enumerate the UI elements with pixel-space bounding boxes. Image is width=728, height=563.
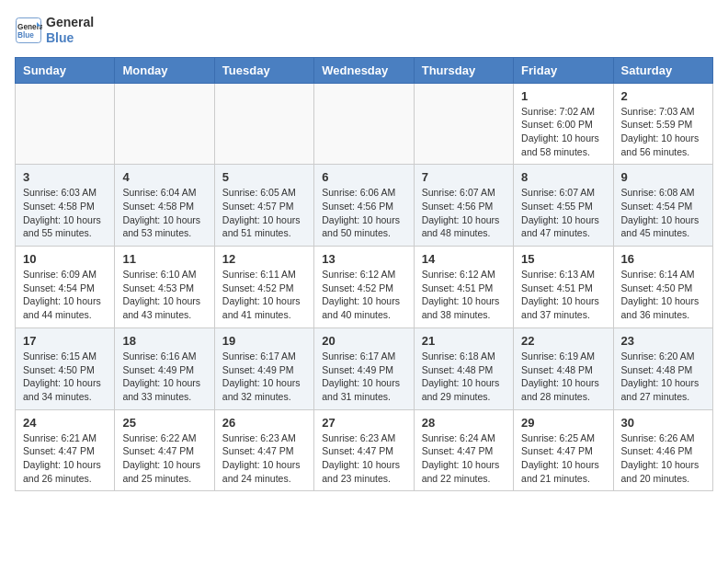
- calendar-cell: 29Sunrise: 6:25 AM Sunset: 4:47 PM Dayli…: [514, 409, 613, 491]
- day-number: 3: [23, 170, 107, 184]
- logo-blue-text: Blue: [46, 30, 94, 46]
- logo-general-text: General: [46, 15, 94, 30]
- day-number: 7: [422, 170, 506, 184]
- calendar-cell: 25Sunrise: 6:22 AM Sunset: 4:47 PM Dayli…: [115, 409, 214, 491]
- day-info: Sunrise: 6:12 AM Sunset: 4:51 PM Dayligh…: [422, 268, 506, 322]
- week-row-3: 10Sunrise: 6:09 AM Sunset: 4:54 PM Dayli…: [16, 247, 713, 328]
- day-info: Sunrise: 6:21 AM Sunset: 4:47 PM Dayligh…: [23, 431, 107, 486]
- calendar-cell: 18Sunrise: 6:16 AM Sunset: 4:49 PM Dayli…: [115, 327, 214, 409]
- day-info: Sunrise: 7:02 AM Sunset: 6:00 PM Dayligh…: [521, 105, 605, 159]
- day-info: Sunrise: 6:04 AM Sunset: 4:58 PM Dayligh…: [122, 186, 206, 240]
- calendar-cell: 12Sunrise: 6:11 AM Sunset: 4:52 PM Dayli…: [214, 247, 313, 328]
- day-number: 17: [23, 334, 107, 348]
- calendar-cell: [314, 83, 414, 165]
- day-number: 21: [422, 334, 506, 348]
- day-header-saturday: Saturday: [613, 57, 712, 83]
- week-row-5: 24Sunrise: 6:21 AM Sunset: 4:47 PM Dayli…: [16, 409, 713, 491]
- calendar-cell: 9Sunrise: 6:08 AM Sunset: 4:54 PM Daylig…: [613, 165, 712, 247]
- calendar-cell: 6Sunrise: 6:06 AM Sunset: 4:56 PM Daylig…: [314, 165, 414, 247]
- day-info: Sunrise: 6:05 AM Sunset: 4:57 PM Dayligh…: [222, 186, 306, 240]
- day-info: Sunrise: 6:07 AM Sunset: 4:55 PM Dayligh…: [521, 186, 605, 240]
- day-number: 1: [521, 89, 605, 103]
- day-number: 13: [322, 252, 405, 266]
- day-info: Sunrise: 6:18 AM Sunset: 4:48 PM Dayligh…: [422, 350, 506, 404]
- calendar-cell: 5Sunrise: 6:05 AM Sunset: 4:57 PM Daylig…: [214, 165, 313, 247]
- day-info: Sunrise: 6:24 AM Sunset: 4:47 PM Dayligh…: [422, 431, 506, 486]
- day-header-sunday: Sunday: [16, 57, 115, 83]
- day-header-tuesday: Tuesday: [214, 57, 313, 83]
- day-number: 25: [122, 416, 206, 430]
- calendar-cell: 20Sunrise: 6:17 AM Sunset: 4:49 PM Dayli…: [314, 327, 414, 409]
- day-info: Sunrise: 6:13 AM Sunset: 4:51 PM Dayligh…: [521, 268, 605, 322]
- day-number: 26: [222, 416, 306, 430]
- svg-text:General: General: [17, 22, 42, 30]
- day-number: 18: [122, 334, 206, 348]
- week-row-2: 3Sunrise: 6:03 AM Sunset: 4:58 PM Daylig…: [16, 165, 713, 247]
- svg-text:Blue: Blue: [17, 30, 34, 39]
- calendar-cell: 24Sunrise: 6:21 AM Sunset: 4:47 PM Dayli…: [16, 409, 115, 491]
- day-info: Sunrise: 6:09 AM Sunset: 4:54 PM Dayligh…: [23, 268, 107, 322]
- calendar-cell: 10Sunrise: 6:09 AM Sunset: 4:54 PM Dayli…: [16, 247, 115, 328]
- day-header-wednesday: Wednesday: [314, 57, 414, 83]
- calendar-cell: 11Sunrise: 6:10 AM Sunset: 4:53 PM Dayli…: [115, 247, 214, 328]
- calendar-cell: 1Sunrise: 7:02 AM Sunset: 6:00 PM Daylig…: [514, 83, 613, 165]
- day-info: Sunrise: 6:23 AM Sunset: 4:47 PM Dayligh…: [222, 431, 306, 486]
- day-number: 27: [322, 416, 405, 430]
- calendar-cell: [414, 83, 513, 165]
- calendar-table: SundayMondayTuesdayWednesdayThursdayFrid…: [15, 57, 713, 492]
- day-number: 9: [621, 170, 705, 184]
- calendar-cell: 14Sunrise: 6:12 AM Sunset: 4:51 PM Dayli…: [414, 247, 513, 328]
- day-number: 10: [23, 252, 107, 266]
- day-info: Sunrise: 6:03 AM Sunset: 4:58 PM Dayligh…: [23, 186, 107, 240]
- day-number: 4: [122, 170, 206, 184]
- day-number: 23: [621, 334, 705, 348]
- day-info: Sunrise: 6:23 AM Sunset: 4:47 PM Dayligh…: [322, 431, 405, 486]
- day-number: 29: [521, 416, 605, 430]
- calendar-cell: 8Sunrise: 6:07 AM Sunset: 4:55 PM Daylig…: [514, 165, 613, 247]
- calendar-cell: 26Sunrise: 6:23 AM Sunset: 4:47 PM Dayli…: [214, 409, 313, 491]
- calendar-cell: [16, 83, 115, 165]
- day-header-friday: Friday: [514, 57, 613, 83]
- calendar-cell: 28Sunrise: 6:24 AM Sunset: 4:47 PM Dayli…: [414, 409, 513, 491]
- calendar-cell: [115, 83, 214, 165]
- calendar-cell: 2Sunrise: 7:03 AM Sunset: 5:59 PM Daylig…: [613, 83, 712, 165]
- day-header-thursday: Thursday: [414, 57, 513, 83]
- page-header: General Blue General Blue: [15, 15, 713, 46]
- day-info: Sunrise: 6:20 AM Sunset: 4:48 PM Dayligh…: [621, 350, 705, 404]
- day-number: 19: [222, 334, 306, 348]
- day-number: 6: [322, 170, 405, 184]
- day-info: Sunrise: 6:26 AM Sunset: 4:46 PM Dayligh…: [621, 431, 705, 486]
- day-info: Sunrise: 6:08 AM Sunset: 4:54 PM Dayligh…: [621, 186, 705, 240]
- day-number: 11: [122, 252, 206, 266]
- calendar-cell: 22Sunrise: 6:19 AM Sunset: 4:48 PM Dayli…: [514, 327, 613, 409]
- calendar-cell: 13Sunrise: 6:12 AM Sunset: 4:52 PM Dayli…: [314, 247, 414, 328]
- calendar-cell: 27Sunrise: 6:23 AM Sunset: 4:47 PM Dayli…: [314, 409, 414, 491]
- day-info: Sunrise: 6:22 AM Sunset: 4:47 PM Dayligh…: [122, 431, 206, 486]
- day-number: 28: [422, 416, 506, 430]
- day-info: Sunrise: 6:12 AM Sunset: 4:52 PM Dayligh…: [322, 268, 405, 322]
- calendar-cell: 16Sunrise: 6:14 AM Sunset: 4:50 PM Dayli…: [613, 247, 712, 328]
- calendar-cell: 7Sunrise: 6:07 AM Sunset: 4:56 PM Daylig…: [414, 165, 513, 247]
- day-number: 2: [621, 89, 705, 103]
- day-info: Sunrise: 6:25 AM Sunset: 4:47 PM Dayligh…: [521, 431, 605, 486]
- calendar-cell: 4Sunrise: 6:04 AM Sunset: 4:58 PM Daylig…: [115, 165, 214, 247]
- calendar-cell: 30Sunrise: 6:26 AM Sunset: 4:46 PM Dayli…: [613, 409, 712, 491]
- day-info: Sunrise: 7:03 AM Sunset: 5:59 PM Dayligh…: [621, 105, 705, 159]
- day-info: Sunrise: 6:19 AM Sunset: 4:48 PM Dayligh…: [521, 350, 605, 404]
- calendar-cell: [214, 83, 313, 165]
- day-info: Sunrise: 6:14 AM Sunset: 4:50 PM Dayligh…: [621, 268, 705, 322]
- calendar-cell: 15Sunrise: 6:13 AM Sunset: 4:51 PM Dayli…: [514, 247, 613, 328]
- calendar-cell: 3Sunrise: 6:03 AM Sunset: 4:58 PM Daylig…: [16, 165, 115, 247]
- logo: General Blue General Blue: [15, 15, 94, 46]
- calendar-cell: 23Sunrise: 6:20 AM Sunset: 4:48 PM Dayli…: [613, 327, 712, 409]
- day-number: 20: [322, 334, 405, 348]
- day-info: Sunrise: 6:11 AM Sunset: 4:52 PM Dayligh…: [222, 268, 306, 322]
- day-info: Sunrise: 6:17 AM Sunset: 4:49 PM Dayligh…: [222, 350, 306, 404]
- calendar-cell: 17Sunrise: 6:15 AM Sunset: 4:50 PM Dayli…: [16, 327, 115, 409]
- day-info: Sunrise: 6:16 AM Sunset: 4:49 PM Dayligh…: [122, 350, 206, 404]
- day-number: 30: [621, 416, 705, 430]
- calendar-cell: 21Sunrise: 6:18 AM Sunset: 4:48 PM Dayli…: [414, 327, 513, 409]
- day-info: Sunrise: 6:10 AM Sunset: 4:53 PM Dayligh…: [122, 268, 206, 322]
- day-number: 22: [521, 334, 605, 348]
- day-number: 14: [422, 252, 506, 266]
